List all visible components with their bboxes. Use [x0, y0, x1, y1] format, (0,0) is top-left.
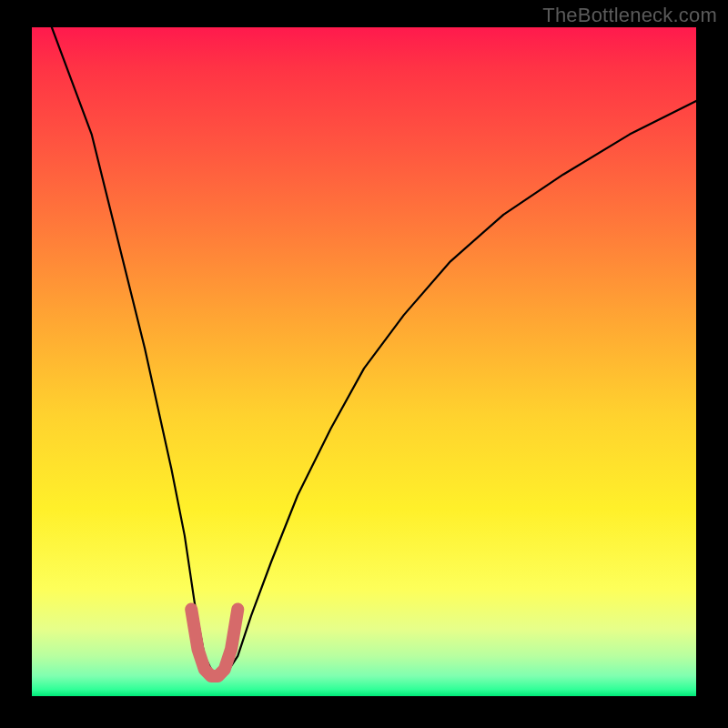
outer-frame: TheBottleneck.com	[0, 0, 728, 728]
gradient-plot-area	[32, 27, 696, 696]
bottleneck-curve	[32, 27, 696, 676]
optimal-marker	[191, 610, 238, 677]
watermark-text: TheBottleneck.com	[542, 4, 717, 27]
curve-layer	[32, 27, 696, 696]
